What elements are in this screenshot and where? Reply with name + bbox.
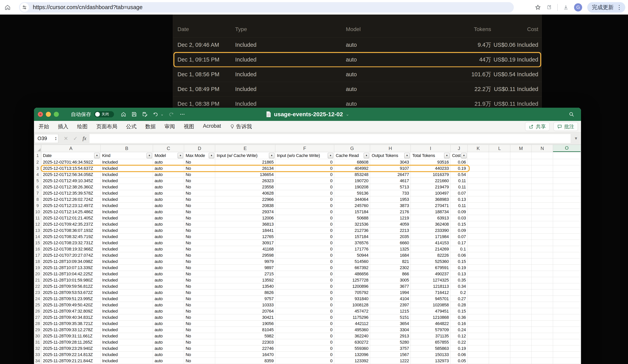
sheet-cell[interactable]: No (184, 345, 215, 352)
sheet-cell[interactable]: 1274325 (411, 277, 451, 283)
ribbon-tab-tellme[interactable]: 告诉我 (230, 123, 252, 130)
sheet-cell[interactable]: No (184, 172, 215, 178)
sheet-cell[interactable]: auto (153, 265, 184, 271)
sheet-cell[interactable]: 821 (370, 258, 411, 265)
sheet-cell[interactable]: 26477 (370, 172, 411, 178)
sheet-cell[interactable]: auto (153, 165, 184, 172)
sheet-cell[interactable]: 0 (275, 184, 334, 190)
name-box[interactable]: O39 ▲▼ (35, 134, 58, 143)
sheet-cell[interactable]: No (184, 258, 215, 265)
sheet-cell[interactable]: 667392 (334, 265, 370, 271)
sheet-cell[interactable] (468, 227, 489, 234)
home-view-icon[interactable] (121, 111, 126, 117)
column-header-H[interactable]: H (370, 145, 411, 152)
sheet-cell[interactable]: Included (101, 302, 153, 308)
sheet-cell[interactable]: 2025-12-01T08:19:32.968Z (41, 246, 101, 252)
sheet-cell[interactable]: 0.15 (451, 221, 468, 227)
sheet-cell[interactable]: 1016379 (411, 172, 451, 178)
sheet-cell[interactable]: 3304 (370, 327, 411, 333)
sheet-cell[interactable]: Included (101, 190, 153, 196)
sheet-cell[interactable]: auto (153, 172, 184, 178)
header-cell[interactable]: Model▼ (153, 152, 184, 159)
sheet-cell[interactable] (510, 308, 532, 314)
sheet-cell[interactable]: No (184, 196, 215, 203)
sheet-cell[interactable] (489, 240, 510, 246)
sheet-cell[interactable]: 0 (275, 290, 334, 296)
sheet-cell[interactable]: 190720 (334, 178, 370, 184)
sheet-cell[interactable]: 1953 (370, 196, 411, 203)
sheet-cell[interactable]: 9979 (215, 258, 275, 265)
sheet-cell[interactable] (532, 345, 553, 352)
sheet-cell[interactable] (553, 190, 581, 196)
sheet-cell[interactable] (510, 283, 532, 290)
sheet-cell[interactable]: 442112 (334, 320, 370, 327)
sheet-cell[interactable]: No (184, 203, 215, 209)
sheet-cell[interactable]: 0 (275, 271, 334, 277)
ribbon-tab[interactable]: Acrobat (203, 123, 221, 130)
row-number[interactable]: 16 (34, 246, 41, 252)
column-header-E[interactable]: E (215, 145, 275, 152)
sheet-cell[interactable]: 0 (275, 240, 334, 246)
sheet-cell[interactable]: 0 (275, 178, 334, 184)
column-header-B[interactable]: B (101, 145, 153, 152)
row-number[interactable]: 8 (34, 196, 41, 203)
sheet-cell[interactable] (510, 302, 532, 308)
sheet-cell[interactable]: 0.07 (451, 190, 468, 196)
sheet-cell[interactable]: 2025-12-01T07:20:27.074Z (41, 252, 101, 258)
sheet-cell[interactable]: 2025-12-01T12:23:12.497Z (41, 203, 101, 209)
sheet-cell[interactable]: 630272 (334, 339, 370, 345)
sheet-cell[interactable] (489, 320, 510, 327)
sheet-cell[interactable] (489, 172, 510, 178)
row-number[interactable]: 25 (34, 302, 41, 308)
sheet-cell[interactable] (510, 203, 532, 209)
sheet-cell[interactable] (553, 252, 581, 258)
sheet-cell[interactable] (510, 320, 532, 327)
sheet-cell[interactable] (468, 246, 489, 252)
filter-button[interactable]: ▼ (94, 153, 100, 158)
sheet-cell[interactable]: Included (101, 265, 153, 271)
sheet-cell[interactable]: 0.05 (451, 358, 468, 364)
sheet-cell[interactable]: No (184, 358, 215, 364)
more-commands-icon[interactable] (179, 111, 186, 117)
row-number[interactable]: 24 (34, 296, 41, 302)
column-header-O[interactable]: O (553, 145, 581, 152)
empty-cell[interactable] (553, 152, 581, 159)
sheet-cell[interactable]: 0.22 (451, 339, 468, 345)
sheet-cell[interactable]: 0 (275, 203, 334, 209)
sheet-cell[interactable]: No (184, 184, 215, 190)
sheet-cell[interactable] (468, 252, 489, 258)
select-all-corner[interactable] (34, 145, 41, 152)
sheet-cell[interactable] (468, 283, 489, 290)
sheet-cell[interactable] (468, 345, 489, 352)
sheet-cell[interactable] (532, 184, 553, 190)
sheet-cell[interactable] (553, 358, 581, 364)
sheet-cell[interactable]: Included (101, 227, 153, 234)
empty-cell[interactable] (510, 152, 532, 159)
sheet-cell[interactable]: 93516 (411, 159, 451, 165)
sheet-cell[interactable] (532, 258, 553, 265)
sheet-cell[interactable]: 2025-11-28T09:47:32.809Z (41, 308, 101, 314)
row-number[interactable]: 11 (34, 215, 41, 221)
cancel-icon[interactable]: ✕ (64, 135, 68, 142)
sheet-cell[interactable]: No (184, 215, 215, 221)
sheet-cell[interactable]: 6660 (370, 240, 411, 246)
sheet-cell[interactable]: 945701 (411, 296, 451, 302)
sheet-cell[interactable]: 59136 (334, 190, 370, 196)
usage-row[interactable]: Dec 1, 08:56 PMIncludedauto101.6万US$0.54… (173, 67, 542, 82)
row-number[interactable]: 15 (34, 240, 41, 246)
sheet-cell[interactable]: Included (101, 339, 153, 345)
sheet-cell[interactable]: auto (153, 271, 184, 277)
filter-button[interactable]: ▼ (444, 153, 450, 158)
sheet-cell[interactable]: No (184, 327, 215, 333)
sheet-cell[interactable]: 2025-12-01T12:01:21.405Z (41, 215, 101, 221)
row-number[interactable]: 34 (34, 358, 41, 364)
sheet-cell[interactable]: 36813 (215, 221, 275, 227)
sheet-cell[interactable]: 2025-11-28T09:31:11.661Z (41, 333, 101, 339)
sheet-cell[interactable]: 1175296 (334, 314, 370, 320)
sheet-cell[interactable]: 2025-12-01T12:38:26.360Z (41, 184, 101, 190)
row-number[interactable]: 32 (34, 345, 41, 352)
sheet-cell[interactable] (489, 290, 510, 296)
sheet-cell[interactable]: 440233 (411, 165, 451, 172)
sheet-cell[interactable] (468, 277, 489, 283)
filter-button[interactable]: ▼ (461, 153, 467, 158)
